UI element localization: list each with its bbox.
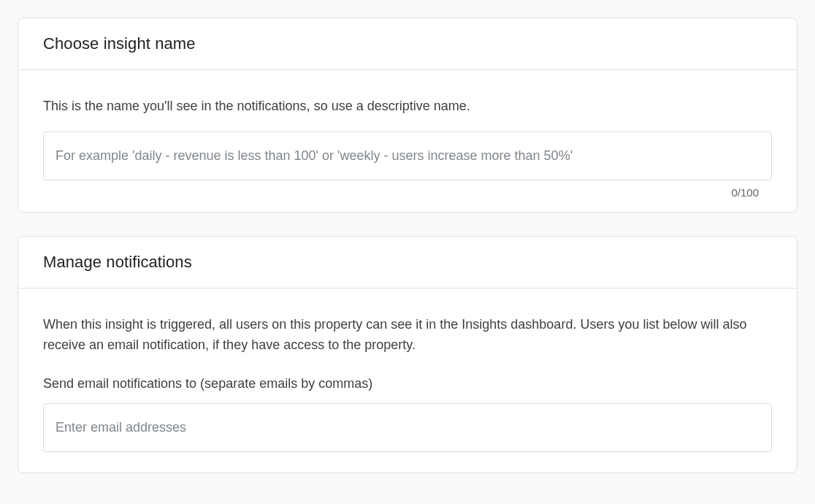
insight-name-input[interactable] xyxy=(43,131,772,180)
email-input[interactable] xyxy=(43,403,772,452)
insight-name-body: This is the name you'll see in the notif… xyxy=(18,70,797,212)
insight-name-description: This is the name you'll see in the notif… xyxy=(43,96,772,117)
manage-notifications-title: Manage notifications xyxy=(43,253,772,272)
manage-notifications-body: When this insight is triggered, all user… xyxy=(18,289,797,473)
manage-notifications-description: When this insight is triggered, all user… xyxy=(43,315,772,356)
insight-name-title: Choose insight name xyxy=(43,34,772,53)
insight-name-counter: 0/100 xyxy=(43,180,772,206)
insight-name-header: Choose insight name xyxy=(18,18,797,70)
manage-notifications-header: Manage notifications xyxy=(18,237,797,289)
insight-name-card: Choose insight name This is the name you… xyxy=(18,18,797,213)
manage-notifications-card: Manage notifications When this insight i… xyxy=(18,236,797,473)
email-label: Send email notifications to (separate em… xyxy=(43,376,772,392)
